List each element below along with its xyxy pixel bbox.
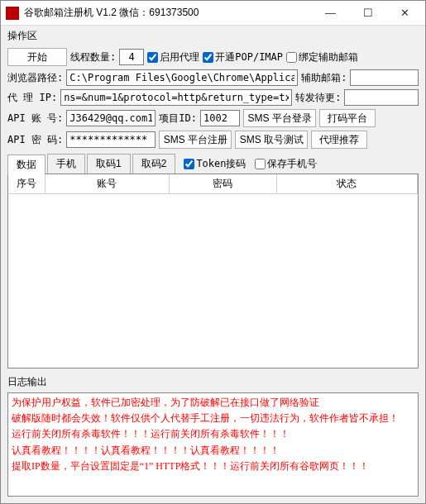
enable-pop-checkbox-wrap[interactable]: 开通POP/IMAP — [203, 50, 283, 64]
project-id-label: 项目ID: — [159, 112, 197, 126]
app-window: 谷歌邮箱注册机 V1.2 微信：691373500 — ☐ ✕ 操作区 开始 线… — [0, 0, 426, 504]
dama-button[interactable]: 打码平台 — [319, 109, 376, 127]
browser-path-input[interactable] — [66, 69, 298, 86]
col-seq[interactable]: 序号 — [8, 174, 45, 194]
log-line: 提取IP数量，平台设置固定是“1” HTTP格式！！！运行前关闭所有谷歌网页！！… — [12, 459, 414, 474]
data-table: 序号 账号 密码 状态 — [8, 174, 418, 194]
log-line: 运行前关闭所有杀毒软件！！！运行前关闭所有杀毒软件！！！ — [12, 426, 414, 442]
project-id-input[interactable] — [200, 110, 240, 126]
enable-proxy-checkbox-wrap[interactable]: 启用代理 — [147, 50, 199, 64]
log-line: 为保护用户权益，软件已加密处理，为了防破解已在接口做了网络验证 — [12, 395, 414, 411]
app-icon — [6, 7, 19, 20]
api-pwd-label: API 密 码: — [7, 133, 63, 147]
tab-phone[interactable]: 手机 — [47, 154, 85, 174]
log-line: 认真看教程！！！！认真看教程！！！！认真看教程！！！！ — [12, 443, 414, 459]
threads-label: 线程数量: — [70, 50, 116, 64]
sms-test-button[interactable]: SMS 取号测试 — [235, 131, 308, 149]
ops-section-label: 操作区 — [1, 26, 425, 45]
bind-aux-checkbox-wrap[interactable]: 绑定辅助邮箱 — [286, 50, 358, 64]
sms-reg-button[interactable]: SMS 平台注册 — [159, 131, 232, 149]
bind-aux-checkbox[interactable] — [286, 52, 297, 63]
start-button[interactable]: 开始 — [7, 48, 67, 66]
enable-pop-label: 开通POP/IMAP — [215, 50, 283, 64]
bind-aux-label: 绑定辅助邮箱 — [299, 50, 358, 64]
api-account-label: API 账 号: — [7, 112, 63, 126]
forward-input[interactable] — [344, 89, 419, 106]
tab-code2[interactable]: 取码2 — [132, 154, 176, 174]
log-line: 破解版随时都会失效！软件仅供个人代替手工注册，一切违法行为，软件作者皆不承担！ — [12, 411, 414, 426]
enable-proxy-checkbox[interactable] — [147, 52, 158, 63]
log-section-label: 日志输出 — [1, 372, 425, 391]
col-status[interactable]: 状态 — [276, 174, 418, 194]
titlebar: 谷歌邮箱注册机 V1.2 微信：691373500 — ☐ ✕ — [1, 1, 425, 26]
maximize-button[interactable]: ☐ — [349, 2, 386, 25]
controls-area: 开始 线程数量: 启用代理 开通POP/IMAP 绑定辅助邮箱 浏览器路径: 辅… — [1, 45, 425, 152]
token-rx-label: Token接码 — [196, 157, 246, 171]
log-output[interactable]: 为保护用户权益，软件已加密处理，为了防破解已在接口做了网络验证破解版随时都会失效… — [7, 392, 419, 497]
save-phone-label: 保存手机号 — [267, 157, 317, 171]
token-rx-checkbox[interactable] — [184, 159, 194, 169]
log-area: 为保护用户权益，软件已加密处理，为了防破解已在接口做了网络验证破解版随时都会失效… — [7, 392, 419, 497]
forward-label: 转发待更: — [295, 91, 341, 105]
data-table-wrap[interactable]: 序号 账号 密码 状态 — [7, 174, 419, 368]
aux-mail-label: 辅助邮箱: — [301, 71, 347, 85]
col-acc[interactable]: 账号 — [45, 174, 169, 194]
browser-path-label: 浏览器路径: — [7, 71, 63, 85]
minimize-button[interactable]: — — [312, 2, 349, 25]
window-title: 谷歌邮箱注册机 V1.2 微信：691373500 — [24, 6, 312, 20]
enable-pop-checkbox[interactable] — [203, 52, 213, 63]
save-phone-checkbox[interactable] — [255, 159, 266, 169]
tab-code1[interactable]: 取码1 — [87, 154, 131, 174]
threads-input[interactable] — [119, 49, 144, 65]
col-pwd[interactable]: 密码 — [169, 174, 276, 194]
close-button[interactable]: ✕ — [386, 2, 424, 25]
table-header-row: 序号 账号 密码 状态 — [8, 174, 418, 194]
api-pwd-input[interactable] — [66, 131, 156, 148]
enable-proxy-label: 启用代理 — [160, 50, 199, 64]
api-account-input[interactable] — [66, 110, 156, 126]
token-rx-wrap[interactable]: Token接码 — [184, 157, 246, 171]
save-phone-wrap[interactable]: 保存手机号 — [255, 157, 317, 171]
sms-login-button[interactable]: SMS 平台登录 — [243, 109, 316, 127]
proxy-ip-label: 代 理 IP: — [7, 91, 57, 105]
proxy-rec-button[interactable]: 代理推荐 — [311, 131, 367, 149]
tab-data[interactable]: 数据 — [7, 155, 45, 174]
aux-mail-input[interactable] — [350, 69, 419, 86]
proxy-ip-input[interactable] — [60, 89, 292, 106]
tabs-bar: 数据 手机 取码1 取码2 Token接码 保存手机号 — [1, 152, 425, 174]
